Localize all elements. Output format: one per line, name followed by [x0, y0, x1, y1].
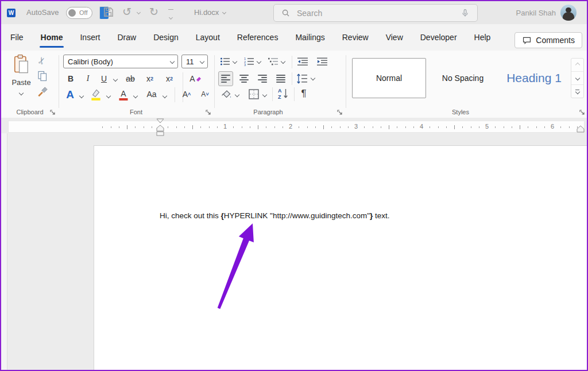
- save-icon[interactable]: [102, 6, 115, 18]
- paste-chevron-icon[interactable]: [19, 91, 24, 95]
- numbering-chevron-icon[interactable]: [257, 59, 261, 64]
- styles-more-button[interactable]: [571, 85, 583, 98]
- italic-button[interactable]: I: [82, 72, 94, 85]
- first-line-indent-marker: [157, 119, 164, 123]
- multilevel-list-button[interactable]: [268, 56, 279, 67]
- clipboard-dialog-launcher-icon[interactable]: [49, 109, 56, 115]
- format-painter-icon[interactable]: [37, 85, 49, 98]
- align-center-button[interactable]: [237, 71, 252, 86]
- tab-review[interactable]: Review: [341, 29, 370, 45]
- underline-chevron-icon[interactable]: [113, 77, 118, 82]
- search-input[interactable]: Search: [273, 4, 478, 22]
- borders-button[interactable]: [247, 87, 261, 101]
- style-normal[interactable]: Normal: [352, 58, 426, 98]
- text-effects-chevron-icon[interactable]: [79, 94, 84, 98]
- avatar[interactable]: [560, 5, 577, 21]
- document-text[interactable]: Hi, check out this {HYPERLINK "http://ww…: [160, 211, 390, 220]
- tab-view[interactable]: View: [385, 29, 404, 45]
- word-app-icon-letter: W: [7, 9, 16, 17]
- undo-icon[interactable]: ↺: [122, 5, 131, 19]
- indent-markers[interactable]: [154, 118, 166, 137]
- styles-scroll-down-button[interactable]: [571, 72, 583, 85]
- sort-button[interactable]: A Z: [276, 86, 291, 101]
- doc-title-chevron-icon: [222, 10, 226, 14]
- user-name[interactable]: Pankil Shah: [516, 9, 556, 17]
- subscript-button[interactable]: x2: [142, 72, 157, 85]
- more-commands-icon[interactable]: [167, 9, 174, 21]
- font-color-chevron-icon[interactable]: [133, 94, 138, 98]
- line-spacing-chevron-icon[interactable]: [311, 76, 315, 80]
- text-effects-button[interactable]: A: [63, 87, 77, 102]
- highlight-chevron-icon[interactable]: [106, 94, 111, 98]
- decrease-indent-button[interactable]: [296, 56, 309, 67]
- align-right-button[interactable]: [255, 71, 270, 86]
- tab-draw[interactable]: Draw: [116, 29, 137, 45]
- tab-file[interactable]: File: [9, 29, 25, 45]
- styles-dialog-launcher-icon[interactable]: [579, 109, 585, 115]
- multilevel-chevron-icon[interactable]: [281, 59, 285, 64]
- tab-references[interactable]: References: [236, 29, 280, 45]
- paragraph-dialog-launcher-icon[interactable]: [336, 109, 343, 115]
- font-name-select[interactable]: Calibri (Body): [63, 55, 178, 68]
- highlight-button[interactable]: [88, 86, 103, 102]
- autosave-toggle[interactable]: Off: [66, 7, 92, 19]
- bold-button[interactable]: B: [64, 72, 77, 85]
- font-dialog-launcher-icon[interactable]: [205, 109, 211, 115]
- font-name-chevron-icon: [170, 59, 175, 64]
- shrink-font-button[interactable]: A˅: [198, 87, 212, 101]
- style-heading-1[interactable]: Heading 1: [500, 58, 568, 98]
- font-size-select[interactable]: 11: [181, 55, 208, 68]
- change-case-button[interactable]: Aa: [144, 87, 160, 101]
- cut-icon[interactable]: ✂: [35, 55, 48, 66]
- undo-chevron-icon[interactable]: [137, 10, 141, 14]
- bullets-button[interactable]: [219, 56, 231, 67]
- tab-mailings[interactable]: Mailings: [294, 29, 326, 45]
- tab-developer[interactable]: Developer: [419, 29, 458, 45]
- strikethrough-button[interactable]: ab: [123, 72, 138, 85]
- style-no-spacing[interactable]: No Spacing: [428, 58, 497, 98]
- tab-insert[interactable]: Insert: [79, 29, 101, 45]
- paste-button[interactable]: Paste: [9, 54, 33, 105]
- ruler-number: 2: [289, 123, 292, 130]
- tab-home[interactable]: Home: [40, 29, 64, 45]
- align-left-button[interactable]: [218, 71, 233, 86]
- pilcrow-button[interactable]: ¶: [297, 86, 310, 101]
- document-page[interactable]: Hi, check out this {HYPERLINK "http://ww…: [94, 145, 587, 370]
- ruler-number: 6: [551, 123, 554, 130]
- grow-font-button[interactable]: A˄: [179, 87, 194, 101]
- superscript-button[interactable]: x2: [162, 72, 177, 85]
- right-indent-marker[interactable]: [575, 125, 586, 134]
- borders-chevron-icon[interactable]: [262, 92, 267, 97]
- redo-icon[interactable]: ↻: [149, 5, 158, 19]
- underline-button[interactable]: U: [98, 72, 110, 85]
- word-app-icon[interactable]: W: [7, 6, 21, 20]
- font-size-value: 11: [186, 57, 200, 66]
- font-color-button[interactable]: A: [117, 86, 130, 101]
- change-case-chevron-icon[interactable]: [163, 94, 167, 98]
- numbering-button[interactable]: 1 2 3: [243, 56, 255, 67]
- styles-scroll-up-button[interactable]: [571, 59, 583, 72]
- justify-button[interactable]: [273, 71, 288, 86]
- copy-icon[interactable]: [37, 70, 48, 82]
- tab-design[interactable]: Design: [152, 29, 180, 45]
- search-icon: [281, 8, 291, 18]
- autosave-state: Off: [79, 9, 87, 16]
- ruler-number: 1: [223, 123, 227, 130]
- mic-icon[interactable]: [460, 8, 470, 18]
- ribbon-tabs: FileHomeInsertDrawDesignLayoutReferences…: [1, 24, 587, 51]
- line-spacing-button[interactable]: [295, 71, 309, 86]
- sort-icon: A Z: [277, 87, 289, 100]
- horizontal-ruler[interactable]: 123456: [8, 121, 585, 133]
- bullets-chevron-icon[interactable]: [233, 59, 237, 64]
- document-title[interactable]: Hi.docx: [194, 8, 226, 17]
- tab-help[interactable]: Help: [473, 29, 492, 45]
- shading-button[interactable]: [219, 87, 233, 101]
- increase-indent-button[interactable]: [316, 56, 328, 67]
- clear-formatting-button[interactable]: A: [187, 72, 204, 85]
- bullets-icon: [220, 57, 230, 66]
- shading-chevron-icon[interactable]: [235, 92, 239, 97]
- tab-layout[interactable]: Layout: [195, 29, 221, 45]
- comments-button[interactable]: Comments: [514, 32, 582, 48]
- multilevel-list-icon: [268, 57, 278, 66]
- increase-indent-icon: [317, 57, 328, 66]
